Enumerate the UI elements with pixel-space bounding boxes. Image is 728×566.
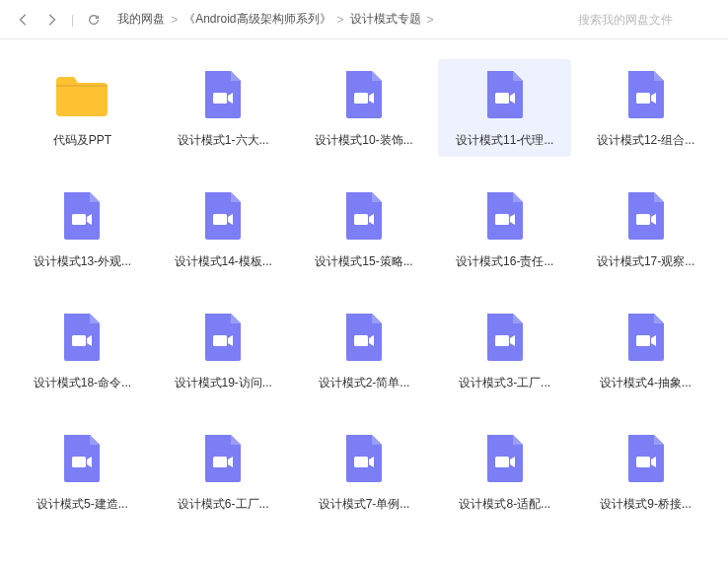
- file-item[interactable]: 设计模式15-策略...: [298, 180, 431, 278]
- file-icon-wrap: [336, 431, 392, 486]
- back-button[interactable]: [12, 8, 36, 32]
- file-label: 设计模式17-观察...: [597, 253, 694, 270]
- toolbar: | 我的网盘 > 《Android高级架构师系列》 > 设计模式专题 >: [0, 0, 728, 39]
- file-label: 设计模式6-工厂...: [178, 496, 269, 513]
- file-label: 设计模式4-抽象...: [600, 375, 692, 391]
- svg-rect-12: [495, 335, 509, 346]
- file-icon-wrap: [195, 67, 251, 122]
- file-item[interactable]: 设计模式11-代理...: [438, 59, 571, 157]
- file-label: 设计模式8-适配...: [459, 496, 550, 513]
- file-label: 设计模式14-模板...: [175, 253, 272, 270]
- file-item[interactable]: 设计模式9-桥接...: [579, 423, 712, 521]
- file-item[interactable]: 设计模式19-访问...: [157, 302, 290, 399]
- breadcrumb-separator: >: [427, 13, 434, 27]
- file-label: 设计模式16-责任...: [456, 253, 553, 270]
- svg-rect-17: [495, 457, 509, 467]
- folder-icon: [54, 71, 109, 118]
- file-icon-wrap: [195, 431, 251, 486]
- video-file-icon: [342, 433, 386, 484]
- svg-rect-0: [213, 93, 227, 104]
- refresh-icon: [87, 13, 101, 27]
- svg-rect-7: [495, 214, 509, 225]
- file-item[interactable]: 设计模式8-适配...: [438, 423, 571, 521]
- file-label: 设计模式18-命令...: [34, 375, 131, 391]
- file-icon-wrap: [195, 310, 251, 365]
- breadcrumb-item[interactable]: 设计模式专题: [350, 11, 421, 28]
- file-icon-wrap: [54, 188, 109, 244]
- svg-rect-13: [636, 335, 650, 346]
- video-file-icon: [201, 312, 245, 363]
- file-item[interactable]: 设计模式13-外观...: [16, 180, 149, 278]
- breadcrumb-separator: >: [171, 13, 178, 27]
- file-label: 设计模式15-策略...: [315, 253, 412, 270]
- file-icon-wrap: [54, 67, 109, 122]
- svg-rect-3: [636, 93, 650, 104]
- file-item[interactable]: 设计模式1-六大...: [157, 59, 290, 157]
- refresh-button[interactable]: [82, 8, 106, 32]
- video-file-icon: [201, 190, 245, 242]
- file-icon-wrap: [336, 67, 392, 122]
- folder-item[interactable]: 代码及PPT: [16, 59, 149, 157]
- file-item[interactable]: 设计模式17-观察...: [579, 180, 712, 278]
- file-item[interactable]: 设计模式3-工厂...: [438, 302, 571, 399]
- svg-rect-2: [495, 93, 509, 104]
- forward-button[interactable]: [39, 8, 63, 32]
- file-item[interactable]: 设计模式6-工厂...: [157, 423, 290, 521]
- file-label: 设计模式1-六大...: [178, 132, 269, 149]
- search-input[interactable]: [578, 8, 716, 32]
- file-icon-wrap: [619, 310, 674, 365]
- video-file-icon: [624, 312, 668, 363]
- breadcrumb-item[interactable]: 《Android高级架构师系列》: [183, 11, 330, 28]
- svg-rect-8: [636, 214, 650, 225]
- video-file-icon: [201, 69, 245, 120]
- file-item[interactable]: 设计模式14-模板...: [157, 180, 290, 278]
- video-file-icon: [342, 312, 386, 363]
- video-file-icon: [483, 433, 527, 484]
- file-item[interactable]: 设计模式16-责任...: [438, 180, 571, 278]
- file-item[interactable]: 设计模式5-建造...: [16, 423, 149, 521]
- file-item[interactable]: 设计模式10-装饰...: [298, 59, 431, 157]
- file-icon-wrap: [619, 431, 674, 486]
- file-label: 设计模式3-工厂...: [459, 375, 550, 391]
- video-file-icon: [483, 69, 527, 120]
- chevron-right-icon: [44, 13, 58, 27]
- svg-rect-6: [354, 214, 368, 225]
- file-label: 设计模式10-装饰...: [315, 132, 412, 149]
- svg-rect-16: [354, 457, 368, 467]
- file-item[interactable]: 设计模式7-单例...: [298, 423, 431, 521]
- file-icon-wrap: [619, 188, 674, 244]
- svg-rect-1: [354, 93, 368, 104]
- video-file-icon: [60, 190, 104, 242]
- file-item[interactable]: 设计模式4-抽象...: [579, 302, 712, 399]
- file-icon-wrap: [195, 188, 251, 244]
- svg-rect-11: [354, 335, 368, 346]
- breadcrumb-item[interactable]: 我的网盘: [117, 11, 165, 28]
- file-item[interactable]: 设计模式12-组合...: [579, 59, 712, 157]
- toolbar-divider: |: [71, 13, 74, 27]
- video-file-icon: [201, 433, 245, 484]
- file-item[interactable]: 设计模式18-命令...: [16, 302, 149, 399]
- file-icon-wrap: [54, 310, 109, 365]
- file-item[interactable]: 设计模式2-简单...: [298, 302, 431, 399]
- svg-rect-9: [72, 335, 86, 346]
- file-icon-wrap: [336, 310, 392, 365]
- file-icon-wrap: [619, 67, 674, 122]
- video-file-icon: [483, 190, 527, 242]
- breadcrumb: 我的网盘 > 《Android高级架构师系列》 > 设计模式专题 >: [117, 11, 574, 28]
- file-icon-wrap: [477, 67, 533, 122]
- video-file-icon: [483, 312, 527, 363]
- file-label: 设计模式7-单例...: [319, 496, 410, 513]
- video-file-icon: [60, 433, 104, 484]
- file-label: 设计模式12-组合...: [597, 132, 694, 149]
- video-file-icon: [624, 433, 668, 484]
- breadcrumb-separator: >: [337, 13, 344, 27]
- svg-rect-4: [72, 214, 86, 225]
- file-icon-wrap: [54, 431, 109, 486]
- video-file-icon: [624, 190, 668, 242]
- video-file-icon: [624, 69, 668, 120]
- file-icon-wrap: [477, 431, 533, 486]
- file-label: 设计模式5-建造...: [36, 496, 128, 513]
- file-label: 设计模式2-简单...: [319, 375, 410, 391]
- svg-rect-15: [213, 457, 227, 467]
- file-label: 设计模式9-桥接...: [600, 496, 692, 513]
